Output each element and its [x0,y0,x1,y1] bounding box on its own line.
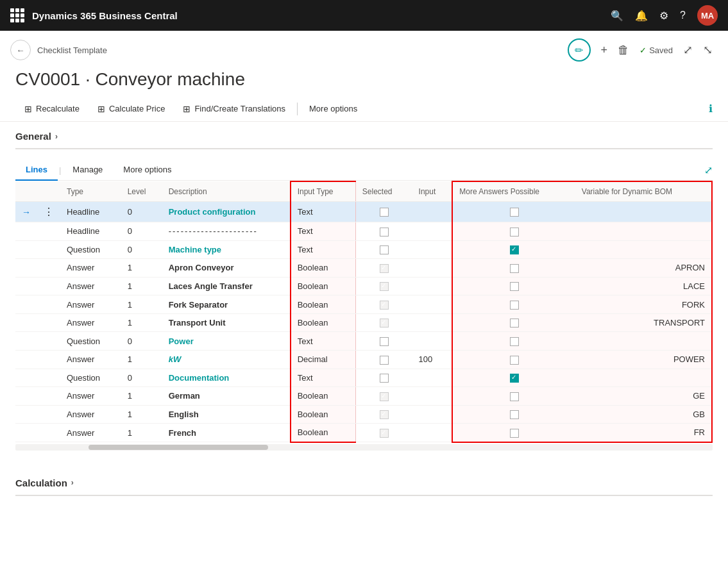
general-section-header[interactable]: General › [0,122,728,148]
collapse-button[interactable]: ⤡ [703,43,713,57]
description-cell: Transport Unit [162,313,291,332]
selected-checkbox[interactable] [380,228,389,236]
more-answers-checkbox[interactable] [510,282,519,291]
main-container: ← Checklist Template ✏ + 🗑 ✓ Saved ⤢ ⤡ C… [0,31,728,564]
more-answers-checkbox[interactable] [510,319,519,328]
description-cell: Apron Conveyor [162,259,291,278]
lines-expand-icon[interactable]: ⤢ [704,164,713,176]
description-cell: English [162,405,291,424]
dots-cell [37,259,60,278]
more-answers-cell[interactable] [452,350,575,369]
level-cell: 0 [121,222,162,241]
more-answers-cell[interactable] [452,405,575,424]
selected-checkbox[interactable] [380,356,389,365]
more-answers-cell[interactable] [452,387,575,406]
add-button[interactable]: + [601,44,608,57]
more-answers-checkbox[interactable] [510,301,519,310]
selected-checkbox[interactable] [380,208,389,217]
variable-cell [575,222,712,241]
calculate-price-button[interactable]: ⊞ Calculate Price [89,99,174,119]
general-chevron: › [55,132,58,141]
input-type-cell[interactable]: Text [291,222,356,241]
help-icon[interactable]: ? [680,10,686,21]
selected-cell[interactable] [355,240,412,259]
search-icon[interactable]: 🔍 [611,10,623,22]
input-type-cell[interactable]: Boolean [291,259,356,278]
input-type-cell[interactable]: Boolean [291,387,356,406]
selected-cell[interactable] [355,369,412,387]
scroll-thumb[interactable] [89,445,268,450]
arrow-cell [15,369,37,387]
find-create-button[interactable]: ⊞ Find/Create Translations [174,99,294,119]
selected-checkbox[interactable] [380,245,389,254]
tab-manage[interactable]: Manage [62,160,113,181]
input-type-cell[interactable]: Text [291,332,356,351]
selected-checkbox[interactable] [380,337,389,346]
back-button[interactable]: ← [10,40,31,60]
more-answers-checkbox[interactable] [510,410,519,419]
input-type-cell[interactable]: Boolean [291,295,356,314]
input-type-cell[interactable]: Decimal [291,350,356,369]
table-scroll[interactable]: Type Level Description Input Type Select… [15,181,713,443]
dots-cell [37,332,60,351]
type-cell: Answer [60,405,121,424]
type-cell: Question [60,240,121,259]
tab-lines[interactable]: Lines [15,160,58,181]
more-answers-cell[interactable] [452,424,575,442]
more-answers-cell[interactable] [452,295,575,314]
selected-cell[interactable] [355,222,412,241]
calculation-section-header[interactable]: Calculation › [15,469,713,495]
variable-cell: FORK [575,295,712,314]
waffle-icon[interactable] [10,8,24,22]
notification-icon[interactable]: 🔔 [635,10,648,22]
more-answers-cell[interactable] [452,369,575,387]
input-type-cell[interactable]: Text [291,202,356,222]
more-answers-cell[interactable] [452,259,575,278]
more-answers-checkbox[interactable] [510,245,519,254]
selected-cell[interactable] [355,350,412,369]
input-type-cell[interactable]: Boolean [291,277,356,295]
settings-icon[interactable]: ⚙ [659,10,668,22]
more-answers-cell[interactable] [452,313,575,332]
input-type-cell[interactable]: Boolean [291,313,356,332]
more-answers-checkbox[interactable] [510,264,519,273]
more-answers-cell[interactable] [452,332,575,351]
level-cell: 1 [121,259,162,278]
more-answers-cell[interactable] [452,277,575,295]
arrow-cell [15,295,37,314]
more-answers-checkbox[interactable] [510,228,519,236]
level-cell: 1 [121,405,162,424]
page-title: CV0001 · Conveyor machine [0,65,728,96]
info-button[interactable]: ℹ [709,103,713,115]
more-answers-checkbox[interactable] [510,337,519,346]
tab-more-options[interactable]: More options [113,160,182,181]
expand-button[interactable]: ⤢ [683,43,693,57]
recalculate-button[interactable]: ⊞ Recalculate [15,99,89,119]
selected-cell[interactable] [355,332,412,351]
input-type-cell[interactable]: Boolean [291,424,356,442]
more-answers-checkbox[interactable] [510,208,519,217]
input-cell [412,259,453,278]
table-row: Answer1Apron ConveyorBooleanAPRON [15,259,712,278]
horizontal-scrollbar[interactable] [15,444,713,451]
edit-button[interactable]: ✏ [568,38,591,62]
more-answers-checkbox[interactable] [510,392,519,401]
selected-cell[interactable] [355,202,412,222]
input-cell [412,332,453,351]
more-answers-checkbox[interactable] [510,356,519,365]
more-options-button[interactable]: More options [300,99,366,119]
general-divider [15,148,713,149]
more-answers-checkbox[interactable] [510,429,519,438]
more-answers-cell[interactable] [452,202,575,222]
dots-cell[interactable]: ⋮ [37,202,60,222]
more-answers-cell[interactable] [452,240,575,259]
input-type-cell[interactable]: Text [291,369,356,387]
table-row: →⋮Headline0Product configurationText [15,202,712,222]
avatar[interactable]: MA [697,5,718,26]
selected-checkbox[interactable] [380,374,389,383]
input-type-cell[interactable]: Boolean [291,405,356,424]
more-answers-checkbox[interactable] [510,374,519,383]
input-type-cell[interactable]: Text [291,240,356,259]
more-answers-cell[interactable] [452,222,575,241]
delete-button[interactable]: 🗑 [618,44,629,57]
